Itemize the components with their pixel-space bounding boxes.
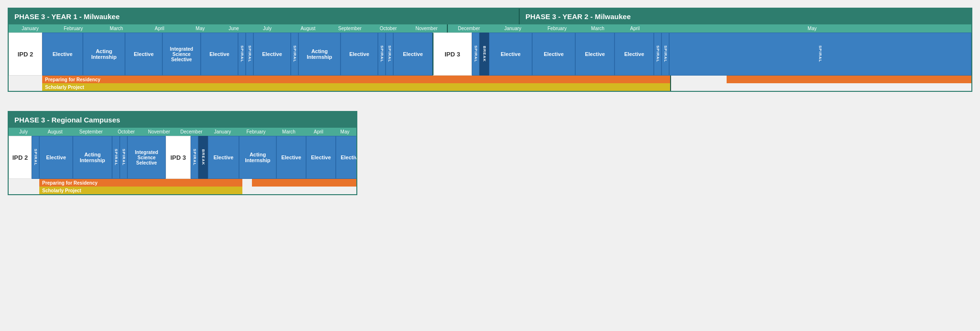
reg-sp-label: Scholarly Project [42, 188, 81, 193]
month-january-y1: January [9, 24, 52, 33]
reg-month-january: January [207, 128, 238, 136]
sp-bar: Scholarly Project [42, 83, 476, 91]
reg-ipd3-cell: IPD 3 [166, 136, 191, 179]
pfr-label: Preparing for Residency [45, 77, 101, 82]
month-september-y1: September [330, 24, 370, 33]
reg-elective5-cell: Elective [336, 136, 357, 179]
sp-label: Scholarly Project [45, 85, 84, 90]
regional-title: PHASE 3 - Regional Campuses [14, 116, 120, 124]
month-may-y1: May [181, 24, 219, 33]
regional-chart: PHASE 3 - Regional Campuses July August … [8, 111, 357, 195]
reg-month-july: July [9, 128, 38, 136]
elective5-cell: Elective [341, 33, 378, 76]
reg-spiral4-cell: SPIRAL [191, 136, 198, 179]
spiral1-cell: SPIRAL [238, 33, 246, 76]
month-march-y2: March [579, 24, 617, 33]
reg-month-may: May [333, 128, 356, 136]
regional-header: PHASE 3 - Regional Campuses [9, 112, 356, 128]
pfr-bar: Preparing for Residency [42, 76, 476, 83]
month-october-y1: October [370, 24, 406, 33]
integrated1-cell: Integrated Science Selective [162, 33, 201, 76]
spiral6-cell: SPIRAL [472, 33, 479, 76]
elective9-cell: Elective [575, 33, 615, 76]
regional-section: PHASE 3 - Regional Campuses July August … [8, 111, 972, 195]
month-december-y1: December [447, 24, 490, 33]
elective10-cell: Elective [615, 33, 654, 76]
spiral9-cell: SPIRAL [669, 33, 971, 76]
reg-month-october: October [110, 128, 142, 136]
reg-spiral2-cell: SPIRAL [112, 136, 120, 179]
reg-sp-bar-row: Scholarly Project [9, 187, 356, 194]
reg-pfr-bar: Preparing for Residency [39, 179, 156, 187]
reg-ipd2-cell: IPD 2 [9, 136, 32, 179]
milwaukee-year2-header: PHASE 3 - YEAR 2 - Milwaukee [519, 9, 971, 24]
month-february-y2: February [536, 24, 579, 33]
regional-timeline-row: IPD 2 SPIRAL Elective Acting Internship … [9, 136, 356, 179]
month-april-y2: April [617, 24, 653, 33]
reg-spiral3-cell: SPIRAL [120, 136, 127, 179]
elective4-cell: Elective [253, 33, 291, 76]
month-november-y1: November [406, 24, 447, 33]
reg-pfr-bar-row: Preparing for Residency [9, 179, 356, 187]
reg-month-february: February [238, 128, 274, 136]
spiral8-cell: SPIRAL [661, 33, 669, 76]
elective8-cell: Elective [532, 33, 575, 76]
year1-title: PHASE 3 - YEAR 1 - Milwaukee [14, 12, 120, 21]
milwaukee-months-row: January February March April May June Ju… [9, 24, 971, 33]
reg-month-april: April [304, 128, 333, 136]
month-may-y2: May [653, 24, 971, 33]
reg-month-november: November [142, 128, 176, 136]
break1-cell: BREAK [479, 33, 489, 76]
spiral3-cell: SPIRAL [291, 33, 298, 76]
month-february-y1: February [52, 24, 95, 33]
acting1-cell: Acting Internship [83, 33, 125, 76]
milwaukee-header-row: PHASE 3 - YEAR 1 - Milwaukee PHASE 3 - Y… [9, 9, 971, 24]
reg-elective2-cell: Elective [208, 136, 239, 179]
regional-months-row: July August September October November D… [9, 128, 356, 136]
elective1-cell: Elective [42, 33, 83, 76]
reg-acting1-cell: Acting Internship [73, 136, 112, 179]
ipd3-cell: IPD 3 [433, 33, 472, 76]
milwaukee-chart: PHASE 3 - YEAR 1 - Milwaukee PHASE 3 - Y… [8, 8, 972, 92]
reg-pfr-label: Preparing for Residency [42, 180, 98, 186]
reg-elective1-cell: Elective [39, 136, 73, 179]
reg-break1-cell: BREAK [198, 136, 208, 179]
sp-bar-row: Scholarly Project [9, 83, 971, 91]
month-april-y1: April [138, 24, 181, 33]
reg-integrated1-cell: Integrated Science Selective [127, 136, 166, 179]
milwaukee-section: PHASE 3 - YEAR 1 - Milwaukee PHASE 3 - Y… [8, 8, 972, 92]
acting2-cell: Acting Internship [298, 33, 341, 76]
milwaukee-year1-header: PHASE 3 - YEAR 1 - Milwaukee [9, 9, 519, 24]
elective6-cell: Elective [393, 33, 433, 76]
ipd2-cell: IPD 2 [9, 33, 42, 76]
month-july-y1: July [248, 24, 286, 33]
reg-month-august: August [38, 128, 72, 136]
spiral7-cell: SPIRAL [654, 33, 661, 76]
milwaukee-timeline-row: IPD 2 Elective Acting Internship Electiv… [9, 33, 971, 76]
elective3-cell: Elective [201, 33, 238, 76]
reg-elective4-cell: Elective [306, 136, 336, 179]
pfr-bar-row: Preparing for Residency [9, 76, 971, 83]
reg-spiral1-cell: SPIRAL [32, 136, 39, 179]
spiral2-cell: SPIRAL [246, 33, 253, 76]
reg-month-december: December [176, 128, 207, 136]
reg-month-march: March [274, 128, 304, 136]
reg-sp-bar: Scholarly Project [39, 187, 156, 194]
reg-month-september: September [72, 128, 110, 136]
spiral4-cell: SPIRAL [378, 33, 386, 76]
month-june-y1: June [219, 24, 248, 33]
month-january-y2: January [490, 24, 536, 33]
reg-elective3-cell: Elective [276, 136, 306, 179]
elective7-cell: Elective [489, 33, 532, 76]
reg-acting2-cell: Acting Internship [239, 136, 276, 179]
spiral5-cell: SPIRAL [386, 33, 393, 76]
month-march-y1: March [95, 24, 138, 33]
month-august-y1: August [286, 24, 330, 33]
elective2-cell: Elective [125, 33, 162, 76]
year2-title: PHASE 3 - YEAR 2 - Milwaukee [525, 12, 631, 21]
